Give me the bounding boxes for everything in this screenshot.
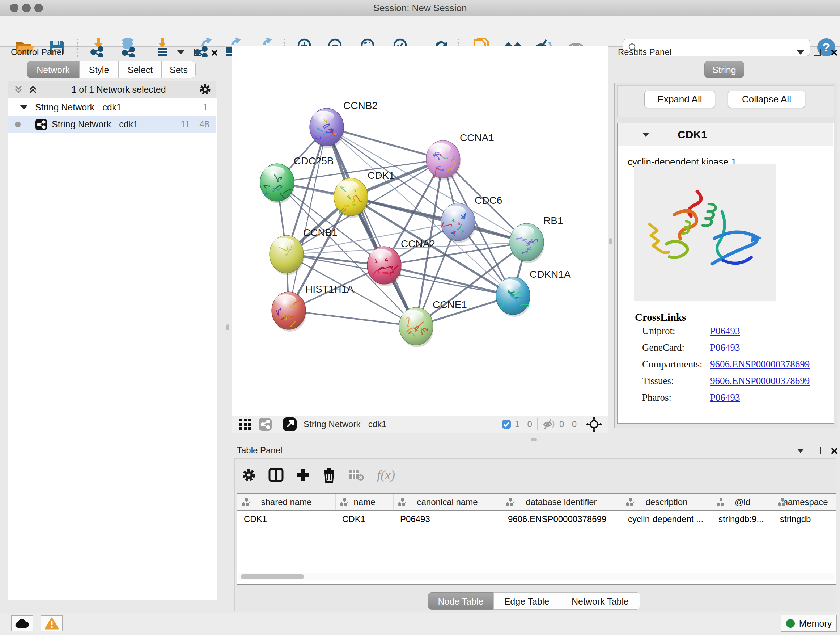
network-node-CDKN1A[interactable] <box>496 277 531 317</box>
ribbon-yellowgreen <box>666 241 688 258</box>
tab-network-table[interactable]: Network Table <box>560 592 640 610</box>
float-panel-icon[interactable] <box>194 49 202 56</box>
crosslink-link[interactable]: P06493 <box>710 325 740 337</box>
table-row[interactable]: CDK1CDK1P064939606.ENSP00000378699cyclin… <box>237 511 836 527</box>
crosslink-label: Tissues: <box>642 375 710 386</box>
gene-section-header[interactable]: CDK1 <box>617 123 834 146</box>
column-header-canonical-name[interactable]: canonical name <box>393 494 501 510</box>
network-node-CCNA1[interactable] <box>426 141 461 180</box>
node-label-CCNA1: CCNA1 <box>460 132 494 143</box>
crosslink-row: GeneCard: P06493 <box>642 342 830 353</box>
tab-network[interactable]: Network <box>27 61 79 78</box>
tab-node-table[interactable]: Node Table <box>428 592 493 610</box>
hidden-eye-icon[interactable] <box>543 419 556 430</box>
network-edge-count: 48 <box>199 119 210 130</box>
close-panel-icon[interactable] <box>831 448 837 454</box>
collapse-all-icon[interactable] <box>13 84 24 95</box>
results-panel-title: Results Panel <box>618 47 671 57</box>
add-column-icon[interactable] <box>296 468 310 482</box>
node-label-CCNA2: CCNA2 <box>401 238 435 249</box>
network-edge[interactable] <box>327 127 416 326</box>
table-cell[interactable]: cyclin-dependent ... <box>622 511 712 527</box>
right-splitter-handle[interactable] <box>609 238 612 244</box>
panel-menu-icon[interactable] <box>177 50 185 55</box>
expand-all-button[interactable]: Expand All <box>644 90 715 108</box>
grid-view-icon[interactable] <box>239 418 252 431</box>
network-node-CDC6[interactable] <box>441 203 475 243</box>
crosslink-link[interactable]: 9606.ENSP00000378699 <box>710 359 810 370</box>
column-header--id[interactable]: @id <box>712 494 774 510</box>
node-label-CCNB1: CCNB1 <box>303 227 338 238</box>
network-canvas[interactable]: CCNB2CCNA1CDC25BCDK1CDC6RB1CCNB1CCNA2CDK… <box>232 46 608 416</box>
selected-checkbox-icon[interactable] <box>502 420 511 429</box>
import-network-file-button[interactable] <box>88 37 109 57</box>
import-network-database-button[interactable] <box>118 37 139 57</box>
column-header-database-identifier[interactable]: database identifier <box>501 494 622 510</box>
network-thumbnail-icon[interactable] <box>258 417 272 431</box>
network-collection-row[interactable]: String Network - cdk1 1 <box>8 99 216 116</box>
warning-status-button[interactable] <box>41 616 63 631</box>
window-title: Session: New Session <box>0 0 840 16</box>
float-panel-icon[interactable] <box>813 49 821 56</box>
ribbon-yellow <box>649 225 668 253</box>
memory-button[interactable]: Memory <box>781 615 837 632</box>
bottom-splitter-handle[interactable] <box>531 438 537 441</box>
table-cell[interactable]: CDK1 <box>336 511 393 527</box>
network-view-statusbar: String Network - cdk1 1 - 0 0 - 0 <box>232 416 608 433</box>
network-node-CDC25B[interactable] <box>260 164 294 203</box>
table-options-gear-icon[interactable] <box>242 468 256 482</box>
tab-string[interactable]: String <box>704 61 744 78</box>
table-cell[interactable]: CDK1 <box>237 511 336 527</box>
network-node-CCNB2[interactable] <box>309 108 344 148</box>
network-row[interactable]: String Network - cdk1 11 48 <box>8 116 216 133</box>
tab-edge-table[interactable]: Edge Table <box>493 592 560 610</box>
network-node-CDK1[interactable] <box>334 178 368 218</box>
fit-content-crosshair-icon[interactable] <box>586 416 602 432</box>
crosslink-label: Compartments: <box>642 359 710 370</box>
close-panel-icon[interactable] <box>211 49 218 56</box>
section-collapse-icon[interactable] <box>642 133 649 137</box>
cloud-status-button[interactable] <box>11 616 33 631</box>
main-toolbar: ? <box>0 16 840 47</box>
panel-menu-icon[interactable] <box>797 448 804 453</box>
network-list-options-gear-icon[interactable] <box>199 83 211 96</box>
tab-select[interactable]: Select <box>118 61 162 78</box>
warning-icon <box>45 617 58 630</box>
table-cell[interactable]: P06493 <box>393 511 501 527</box>
network-edge[interactable] <box>289 127 327 310</box>
scrollbar-thumb[interactable] <box>240 574 304 579</box>
crosslink-link[interactable]: P06493 <box>710 392 740 403</box>
statusbar-separator <box>537 418 538 431</box>
crosslink-link[interactable]: 9606.ENSP00000378699 <box>710 375 810 386</box>
network-node-CCNB1[interactable] <box>270 235 304 275</box>
open-in-browser-icon[interactable] <box>283 417 297 432</box>
column-header-name[interactable]: name <box>336 494 393 510</box>
crosslink-link[interactable]: P06493 <box>710 342 740 353</box>
statusbar-separator <box>277 418 278 431</box>
column-header-shared-name[interactable]: shared name <box>237 494 336 510</box>
show-columns-icon[interactable] <box>268 468 284 482</box>
horizontal-scrollbar[interactable] <box>238 573 835 580</box>
table-cell[interactable]: stringdb <box>774 511 836 527</box>
collection-expand-icon[interactable] <box>20 105 28 110</box>
column-header-namespace[interactable]: namespace <box>774 494 836 510</box>
expand-all-icon[interactable] <box>27 84 38 95</box>
panel-menu-icon[interactable] <box>797 50 804 55</box>
network-node-RB1[interactable] <box>510 223 544 263</box>
left-splitter-handle[interactable] <box>226 325 229 330</box>
import-table-button[interactable] <box>152 37 172 57</box>
tab-style[interactable]: Style <box>79 61 118 78</box>
close-panel-icon[interactable] <box>831 49 837 56</box>
tab-sets[interactable]: Sets <box>162 61 196 78</box>
network-edge[interactable] <box>289 310 416 326</box>
network-node-HIST1H1A[interactable] <box>272 292 306 332</box>
table-cell[interactable]: stringdb:9... <box>712 511 774 527</box>
network-graph[interactable]: CCNB2CCNA1CDC25BCDK1CDC6RB1CCNB1CCNA2CDK… <box>232 46 608 416</box>
table-cell[interactable]: 9606.ENSP00000378699 <box>501 511 622 527</box>
network-node-CCNE1[interactable] <box>399 307 433 347</box>
float-panel-icon[interactable] <box>813 447 821 454</box>
column-header-description[interactable]: description <box>622 494 712 510</box>
node-label-CDKN1A: CDKN1A <box>530 269 571 280</box>
collapse-all-button[interactable]: Collapse All <box>728 90 805 108</box>
delete-column-trash-icon[interactable] <box>323 467 336 483</box>
